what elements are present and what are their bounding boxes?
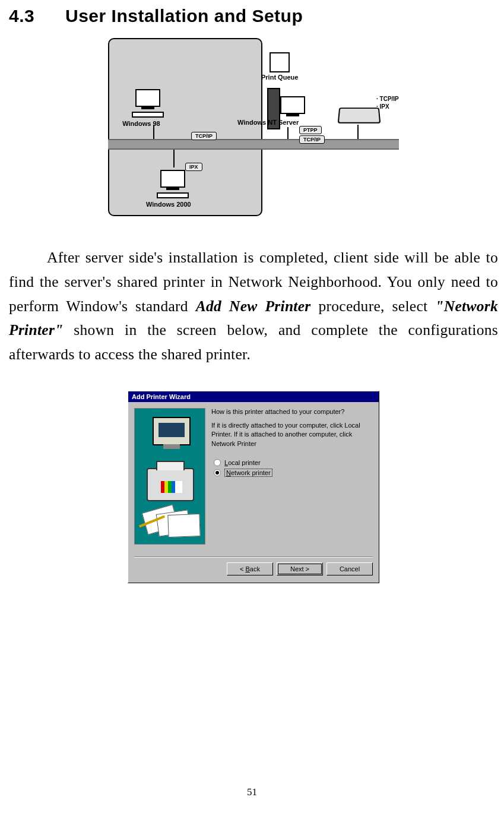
- diagram-win98: Windows 98: [132, 89, 164, 127]
- dialog-titlebar[interactable]: Add Printer Wizard: [128, 391, 379, 402]
- diagram-hub: [338, 107, 381, 124]
- wizard-hint: If it is directly attached to your compu…: [211, 421, 373, 448]
- radio-label-network: Network printer: [224, 469, 272, 477]
- radio-icon: [214, 469, 221, 476]
- diagram-win2000: Windows 2000: [154, 170, 191, 208]
- page-number: 51: [0, 786, 504, 798]
- dialog-title: Add Printer Wizard: [132, 393, 191, 400]
- radio-network-printer[interactable]: Network printer: [214, 469, 373, 477]
- body-paragraph: After server side's installation is comp…: [9, 246, 498, 367]
- emphasis-add-new-printer: Add New Printer: [196, 298, 311, 315]
- dialog-divider: [134, 556, 373, 558]
- next-button[interactable]: Next >: [277, 562, 323, 575]
- network-diagram: Print Queue Windows NT Server Windows 98…: [9, 38, 498, 222]
- radio-icon: [214, 459, 221, 466]
- wizard-artwork: [134, 408, 205, 545]
- cancel-button[interactable]: Cancel: [327, 562, 373, 575]
- back-button[interactable]: < Back: [227, 562, 273, 575]
- radio-local-printer[interactable]: Local printer: [214, 459, 373, 466]
- section-number: 4.3: [9, 6, 65, 26]
- wizard-question: How is this printer attached to your com…: [211, 408, 373, 415]
- section-heading: 4.3User Installation and Setup: [9, 6, 498, 26]
- radio-label-local: Local printer: [224, 459, 261, 466]
- diagram-winnt: Windows NT Server: [237, 119, 299, 126]
- add-printer-wizard-dialog: Add Printer Wizard How is this printer a…: [128, 391, 379, 583]
- section-title: User Installation and Setup: [65, 6, 303, 26]
- diagram-print-queue: Print Queue: [261, 74, 298, 81]
